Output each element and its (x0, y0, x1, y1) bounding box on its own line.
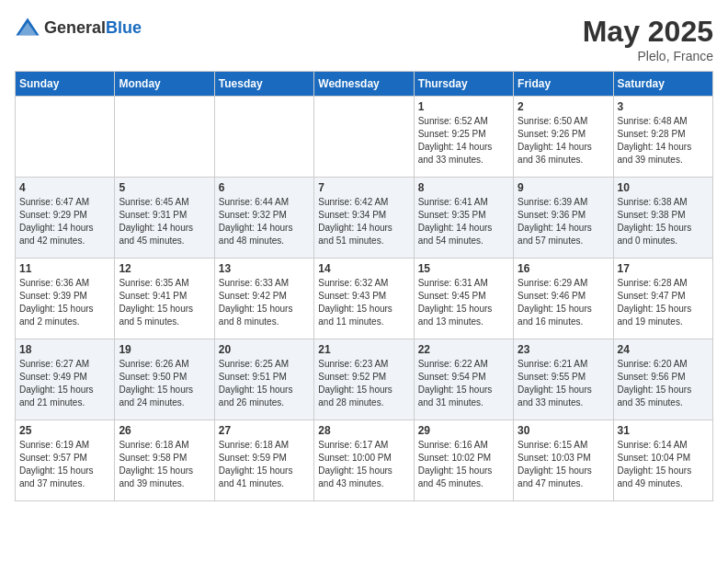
logo-icon (15, 15, 40, 40)
calendar-cell: 26Sunrise: 6:18 AM Sunset: 9:58 PM Dayli… (115, 420, 214, 501)
day-info: Sunrise: 6:14 AM Sunset: 10:04 PM Daylig… (618, 439, 709, 490)
day-number: 17 (618, 262, 709, 275)
calendar-cell: 22Sunrise: 6:22 AM Sunset: 9:54 PM Dayli… (414, 339, 513, 420)
day-number: 1 (418, 100, 509, 113)
title-block: May 2025 Plelo, France (583, 15, 713, 63)
day-info: Sunrise: 6:38 AM Sunset: 9:38 PM Dayligh… (618, 196, 709, 247)
calendar-cell (115, 97, 214, 178)
logo: GeneralBlue (15, 15, 142, 40)
calendar-week-row: 4Sunrise: 6:47 AM Sunset: 9:29 PM Daylig… (16, 178, 713, 259)
calendar-header-saturday: Saturday (613, 72, 712, 97)
calendar-header-friday: Friday (514, 72, 613, 97)
calendar-cell: 1Sunrise: 6:52 AM Sunset: 9:25 PM Daylig… (414, 97, 513, 178)
day-info: Sunrise: 6:42 AM Sunset: 9:34 PM Dayligh… (318, 196, 409, 247)
day-info: Sunrise: 6:25 AM Sunset: 9:51 PM Dayligh… (219, 358, 310, 409)
day-number: 4 (19, 181, 110, 194)
calendar-cell (314, 97, 414, 178)
calendar-cell: 20Sunrise: 6:25 AM Sunset: 9:51 PM Dayli… (214, 339, 313, 420)
day-info: Sunrise: 6:28 AM Sunset: 9:47 PM Dayligh… (618, 277, 709, 328)
day-number: 5 (119, 181, 210, 194)
calendar-cell: 31Sunrise: 6:14 AM Sunset: 10:04 PM Dayl… (613, 420, 712, 501)
calendar-table: SundayMondayTuesdayWednesdayThursdayFrid… (15, 71, 713, 501)
calendar-cell: 8Sunrise: 6:41 AM Sunset: 9:35 PM Daylig… (414, 178, 513, 259)
calendar-cell: 10Sunrise: 6:38 AM Sunset: 9:38 PM Dayli… (613, 178, 712, 259)
day-info: Sunrise: 6:33 AM Sunset: 9:42 PM Dayligh… (219, 277, 310, 328)
day-info: Sunrise: 6:27 AM Sunset: 9:49 PM Dayligh… (19, 358, 110, 409)
calendar-header-tuesday: Tuesday (214, 72, 313, 97)
day-number: 14 (318, 262, 409, 275)
calendar-header-monday: Monday (115, 72, 214, 97)
page-header: GeneralBlue May 2025 Plelo, France (15, 15, 713, 63)
day-info: Sunrise: 6:41 AM Sunset: 9:35 PM Dayligh… (418, 196, 509, 247)
day-info: Sunrise: 6:19 AM Sunset: 9:57 PM Dayligh… (19, 439, 110, 490)
day-info: Sunrise: 6:32 AM Sunset: 9:43 PM Dayligh… (318, 277, 409, 328)
day-info: Sunrise: 6:36 AM Sunset: 9:39 PM Dayligh… (19, 277, 110, 328)
day-info: Sunrise: 6:23 AM Sunset: 9:52 PM Dayligh… (318, 358, 409, 409)
calendar-cell: 19Sunrise: 6:26 AM Sunset: 9:50 PM Dayli… (115, 339, 214, 420)
day-number: 15 (418, 262, 509, 275)
day-number: 12 (119, 262, 210, 275)
day-number: 8 (418, 181, 509, 194)
day-number: 9 (518, 181, 609, 194)
calendar-cell: 16Sunrise: 6:29 AM Sunset: 9:46 PM Dayli… (514, 259, 613, 339)
calendar-cell: 5Sunrise: 6:45 AM Sunset: 9:31 PM Daylig… (115, 178, 214, 259)
day-number: 20 (219, 343, 310, 356)
day-number: 23 (518, 343, 609, 356)
day-info: Sunrise: 6:47 AM Sunset: 9:29 PM Dayligh… (19, 196, 110, 247)
calendar-cell: 13Sunrise: 6:33 AM Sunset: 9:42 PM Dayli… (214, 259, 313, 339)
day-number: 21 (318, 343, 409, 356)
logo-text-general: General (44, 18, 106, 37)
day-info: Sunrise: 6:35 AM Sunset: 9:41 PM Dayligh… (119, 277, 210, 328)
day-info: Sunrise: 6:17 AM Sunset: 10:00 PM Daylig… (318, 439, 409, 490)
calendar-cell: 11Sunrise: 6:36 AM Sunset: 9:39 PM Dayli… (16, 259, 115, 339)
day-number: 19 (119, 343, 210, 356)
calendar-cell: 30Sunrise: 6:15 AM Sunset: 10:03 PM Dayl… (514, 420, 613, 501)
calendar-cell (214, 97, 313, 178)
calendar-cell: 9Sunrise: 6:39 AM Sunset: 9:36 PM Daylig… (514, 178, 613, 259)
calendar-cell: 25Sunrise: 6:19 AM Sunset: 9:57 PM Dayli… (16, 420, 115, 501)
calendar-cell: 27Sunrise: 6:18 AM Sunset: 9:59 PM Dayli… (214, 420, 313, 501)
day-info: Sunrise: 6:48 AM Sunset: 9:28 PM Dayligh… (618, 115, 709, 167)
calendar-cell: 21Sunrise: 6:23 AM Sunset: 9:52 PM Dayli… (314, 339, 414, 420)
logo-text-blue: Blue (106, 18, 142, 37)
day-info: Sunrise: 6:22 AM Sunset: 9:54 PM Dayligh… (418, 358, 509, 409)
calendar-week-row: 1Sunrise: 6:52 AM Sunset: 9:25 PM Daylig… (16, 97, 713, 178)
day-number: 24 (618, 343, 709, 356)
day-number: 25 (19, 424, 110, 437)
day-info: Sunrise: 6:39 AM Sunset: 9:36 PM Dayligh… (518, 196, 609, 247)
calendar-week-row: 18Sunrise: 6:27 AM Sunset: 9:49 PM Dayli… (16, 339, 713, 420)
month-title: May 2025 (583, 15, 713, 49)
calendar-header-row: SundayMondayTuesdayWednesdayThursdayFrid… (16, 72, 713, 97)
day-info: Sunrise: 6:15 AM Sunset: 10:03 PM Daylig… (518, 439, 609, 490)
day-info: Sunrise: 6:29 AM Sunset: 9:46 PM Dayligh… (518, 277, 609, 328)
day-info: Sunrise: 6:50 AM Sunset: 9:26 PM Dayligh… (518, 115, 609, 167)
calendar-cell: 12Sunrise: 6:35 AM Sunset: 9:41 PM Dayli… (115, 259, 214, 339)
day-number: 13 (219, 262, 310, 275)
day-number: 28 (318, 424, 409, 437)
day-info: Sunrise: 6:21 AM Sunset: 9:55 PM Dayligh… (518, 358, 609, 409)
calendar-cell: 6Sunrise: 6:44 AM Sunset: 9:32 PM Daylig… (214, 178, 313, 259)
day-number: 16 (518, 262, 609, 275)
calendar-cell: 4Sunrise: 6:47 AM Sunset: 9:29 PM Daylig… (16, 178, 115, 259)
calendar-cell: 29Sunrise: 6:16 AM Sunset: 10:02 PM Dayl… (414, 420, 513, 501)
calendar-cell: 14Sunrise: 6:32 AM Sunset: 9:43 PM Dayli… (314, 259, 414, 339)
calendar-week-row: 11Sunrise: 6:36 AM Sunset: 9:39 PM Dayli… (16, 259, 713, 339)
calendar-cell: 3Sunrise: 6:48 AM Sunset: 9:28 PM Daylig… (613, 97, 712, 178)
day-number: 18 (19, 343, 110, 356)
calendar-cell: 15Sunrise: 6:31 AM Sunset: 9:45 PM Dayli… (414, 259, 513, 339)
day-info: Sunrise: 6:18 AM Sunset: 9:59 PM Dayligh… (219, 439, 310, 490)
day-info: Sunrise: 6:45 AM Sunset: 9:31 PM Dayligh… (119, 196, 210, 247)
day-info: Sunrise: 6:20 AM Sunset: 9:56 PM Dayligh… (618, 358, 709, 409)
calendar-cell: 2Sunrise: 6:50 AM Sunset: 9:26 PM Daylig… (514, 97, 613, 178)
day-info: Sunrise: 6:44 AM Sunset: 9:32 PM Dayligh… (219, 196, 310, 247)
day-number: 7 (318, 181, 409, 194)
calendar-header-thursday: Thursday (414, 72, 513, 97)
day-number: 6 (219, 181, 310, 194)
calendar-week-row: 25Sunrise: 6:19 AM Sunset: 9:57 PM Dayli… (16, 420, 713, 501)
day-number: 22 (418, 343, 509, 356)
day-number: 27 (219, 424, 310, 437)
calendar-cell: 7Sunrise: 6:42 AM Sunset: 9:34 PM Daylig… (314, 178, 414, 259)
day-info: Sunrise: 6:31 AM Sunset: 9:45 PM Dayligh… (418, 277, 509, 328)
calendar-cell: 23Sunrise: 6:21 AM Sunset: 9:55 PM Dayli… (514, 339, 613, 420)
calendar-header-wednesday: Wednesday (314, 72, 414, 97)
